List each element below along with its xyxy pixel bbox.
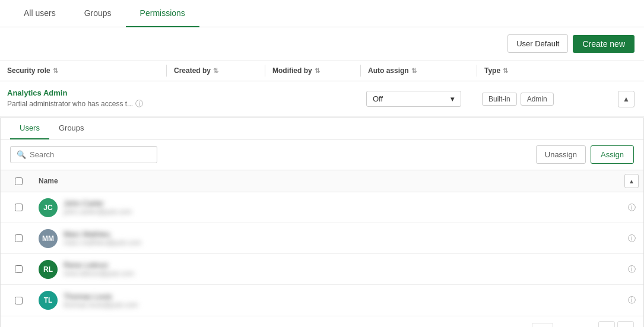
auto-assign-dropdown[interactable]: Off ▾ bbox=[366, 91, 461, 107]
user-checkbox[interactable] bbox=[15, 265, 23, 273]
page-navigation: ‹ › bbox=[598, 321, 634, 327]
unassign-button[interactable]: Unassign bbox=[536, 145, 586, 164]
user-email: marc.mathieu@pub.com bbox=[64, 239, 141, 247]
role-security-cell: Analytics Admin Partial administrator wh… bbox=[0, 82, 166, 115]
user-checkbox[interactable] bbox=[15, 234, 23, 242]
th-created-by[interactable]: Created by ⇅ bbox=[167, 61, 265, 81]
expand-panel: Users Groups 🔍 Unassign Assign Name ▲ JC bbox=[0, 117, 644, 327]
user-checkbox-cell bbox=[1, 297, 36, 304]
search-input[interactable] bbox=[30, 150, 151, 159]
badge-admin: Admin bbox=[521, 93, 554, 106]
collapse-role-button[interactable]: ▲ bbox=[618, 91, 635, 107]
user-info-icon[interactable]: ⓘ bbox=[628, 295, 636, 306]
page-select-chevron-icon: ▾ bbox=[544, 325, 548, 328]
user-name: Rene Lebrun bbox=[64, 261, 134, 269]
user-info-icon-cell: ⓘ bbox=[620, 264, 643, 275]
user-row: JC John Carter john.carter@pub.com ⓘ bbox=[1, 192, 643, 223]
sort-created-icon: ⇅ bbox=[213, 67, 218, 75]
user-info-icon-cell: ⓘ bbox=[620, 295, 643, 306]
inner-tab-users[interactable]: Users bbox=[10, 118, 49, 139]
role-type-cell: Built-in Admin bbox=[475, 87, 608, 112]
sort-security-icon: ⇅ bbox=[53, 67, 58, 75]
toolbar: User Default Create new bbox=[0, 27, 644, 61]
user-content-cell: TL Thomas Louis thomas.louis@pub.com bbox=[36, 291, 620, 310]
user-avatar: MM bbox=[39, 229, 58, 248]
pagination-info: 1-4 of 4 bbox=[563, 325, 589, 328]
users-table-header: Name ▲ bbox=[1, 170, 643, 192]
badge-builtin: Built-in bbox=[482, 93, 517, 106]
user-checkbox-cell bbox=[1, 204, 36, 211]
user-row: RL Rene Lebrun rene.lebrun@pub.com ⓘ bbox=[1, 254, 643, 285]
th-auto-assign[interactable]: Auto assign ⇅ bbox=[361, 61, 477, 81]
search-icon: 🔍 bbox=[17, 150, 26, 159]
search-actions-row: 🔍 Unassign Assign bbox=[1, 139, 643, 170]
user-row: MM Marc Mathieu marc.mathieu@pub.com ⓘ bbox=[1, 223, 643, 254]
sort-modified-icon: ⇅ bbox=[315, 67, 320, 75]
table-header: Security role ⇅ Created by ⇅ Modified by… bbox=[0, 61, 644, 81]
role-modified-cell bbox=[264, 93, 359, 105]
user-default-button[interactable]: User Default bbox=[507, 34, 568, 53]
prev-page-button[interactable]: ‹ bbox=[598, 321, 615, 327]
table-footer: Rows per page: 5 ▾ 1-4 of 4 ‹ › bbox=[1, 316, 643, 327]
user-email: john.carter@pub.com bbox=[64, 208, 132, 216]
th-security-role[interactable]: Security role ⇅ bbox=[0, 61, 166, 81]
user-checkbox[interactable] bbox=[15, 297, 23, 304]
user-rows: JC John Carter john.carter@pub.com ⓘ MM … bbox=[1, 192, 643, 316]
inner-tab-groups[interactable]: Groups bbox=[49, 118, 94, 139]
th-modified-by[interactable]: Modified by ⇅ bbox=[265, 61, 360, 81]
user-name: Thomas Louis bbox=[64, 292, 138, 301]
user-avatar: JC bbox=[39, 198, 58, 217]
role-row: Analytics Admin Partial administrator wh… bbox=[0, 81, 644, 117]
user-avatar: TL bbox=[39, 291, 58, 310]
user-row: TL Thomas Louis thomas.louis@pub.com ⓘ bbox=[1, 285, 643, 316]
action-buttons: Unassign Assign bbox=[536, 145, 634, 164]
user-checkbox-cell bbox=[1, 234, 36, 242]
user-content-cell: JC John Carter john.carter@pub.com bbox=[36, 198, 620, 217]
user-avatar: RL bbox=[39, 260, 58, 279]
role-description: Partial administrator who has access t..… bbox=[7, 99, 159, 109]
role-info-icon[interactable]: ⓘ bbox=[135, 99, 143, 109]
user-info-icon-cell: ⓘ bbox=[620, 202, 643, 213]
user-info: Thomas Louis thomas.louis@pub.com bbox=[64, 292, 138, 309]
user-info-icon[interactable]: ⓘ bbox=[628, 264, 636, 275]
rows-per-page-value: 5 bbox=[537, 325, 541, 328]
user-info: John Carter john.carter@pub.com bbox=[64, 199, 132, 216]
user-email: thomas.louis@pub.com bbox=[64, 301, 138, 309]
name-sort-button-cell: ▲ bbox=[620, 174, 643, 188]
tab-all-users[interactable]: All users bbox=[9, 0, 70, 27]
user-info: Marc Mathieu marc.mathieu@pub.com bbox=[64, 230, 141, 247]
th-actions bbox=[608, 65, 644, 77]
user-info-icon[interactable]: ⓘ bbox=[628, 202, 636, 213]
user-info: Rene Lebrun rene.lebrun@pub.com bbox=[64, 261, 134, 278]
user-content-cell: RL Rene Lebrun rene.lebrun@pub.com bbox=[36, 260, 620, 279]
select-all-checkbox-cell bbox=[1, 177, 36, 185]
assign-button[interactable]: Assign bbox=[591, 145, 634, 164]
search-box[interactable]: 🔍 bbox=[10, 146, 157, 163]
top-tabs: All users Groups Permissions bbox=[0, 0, 644, 27]
user-name: John Carter bbox=[64, 199, 132, 208]
rows-per-page-select[interactable]: 5 ▾ bbox=[532, 323, 553, 328]
select-all-checkbox[interactable] bbox=[15, 177, 23, 185]
user-checkbox[interactable] bbox=[15, 204, 23, 211]
sort-type-icon: ⇅ bbox=[503, 67, 508, 75]
role-name: Analytics Admin bbox=[7, 88, 159, 97]
role-auto-cell: Off ▾ bbox=[359, 85, 475, 113]
dropdown-chevron-icon: ▾ bbox=[451, 94, 455, 103]
sort-auto-icon: ⇅ bbox=[411, 67, 417, 75]
inner-tabs: Users Groups bbox=[1, 118, 643, 139]
next-page-button[interactable]: › bbox=[617, 321, 634, 327]
tab-permissions[interactable]: Permissions bbox=[126, 0, 199, 27]
rows-per-page: Rows per page: 5 ▾ bbox=[474, 323, 553, 328]
role-actions-cell: ▲ bbox=[608, 85, 644, 113]
user-content-cell: MM Marc Mathieu marc.mathieu@pub.com bbox=[36, 229, 620, 248]
user-email: rene.lebrun@pub.com bbox=[64, 269, 134, 278]
user-info-icon[interactable]: ⓘ bbox=[628, 233, 636, 244]
user-info-icon-cell: ⓘ bbox=[620, 233, 643, 244]
create-new-button[interactable]: Create new bbox=[573, 35, 635, 53]
name-column-header: Name bbox=[36, 177, 620, 185]
th-type[interactable]: Type ⇅ bbox=[477, 61, 608, 81]
rows-per-page-label: Rows per page: bbox=[474, 325, 528, 328]
tab-groups[interactable]: Groups bbox=[70, 0, 126, 27]
user-name: Marc Mathieu bbox=[64, 230, 141, 239]
name-sort-button[interactable]: ▲ bbox=[624, 174, 639, 188]
